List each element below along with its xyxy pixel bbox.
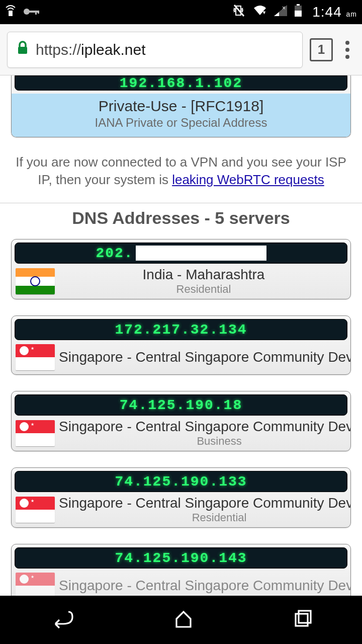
- private-ip-card: 192.168.1.102 Private-Use - [RFC1918] IA…: [11, 75, 351, 137]
- android-nav-bar: [0, 596, 362, 644]
- dns-ip-value: 74.125.190.143: [115, 550, 247, 566]
- svg-point-1: [24, 9, 30, 15]
- dns-type: Residential: [59, 283, 348, 296]
- battery-icon: [294, 4, 302, 20]
- svg-rect-0: [9, 11, 12, 16]
- ip-display: 74.125.190.18: [15, 394, 347, 416]
- flag-singapore-icon: [16, 344, 55, 370]
- signal-icon: ×: [274, 5, 287, 19]
- ip-mask: [136, 246, 266, 261]
- dns-location: Singapore - Central Singapore Community …: [59, 349, 351, 365]
- back-button[interactable]: [48, 608, 75, 632]
- vibrate-icon: [233, 4, 246, 20]
- ip-display: 202.: [15, 243, 347, 264]
- ip-display: 74.125.190.143: [15, 547, 347, 569]
- wifi-hotspot-icon: [5, 5, 16, 20]
- flag-singapore-icon: [16, 420, 55, 446]
- dns-heading: DNS Addresses - 5 servers: [0, 208, 362, 228]
- dns-card: 202. India - Maharashtra Residential: [11, 239, 351, 299]
- dns-ip-value: 172.217.32.134: [115, 322, 247, 338]
- vpn-warning-text: If you are now connected to a VPN and yo…: [0, 146, 362, 201]
- wifi-icon: ▲▼: [253, 5, 267, 19]
- svg-rect-11: [295, 11, 302, 17]
- tabs-button[interactable]: 1: [310, 38, 333, 61]
- section-divider: [0, 203, 362, 203]
- svg-rect-9: [297, 4, 300, 6]
- svg-rect-14: [299, 611, 311, 623]
- flag-singapore-icon: [16, 497, 55, 523]
- key-icon: [23, 5, 40, 19]
- svg-rect-3: [35, 11, 37, 15]
- dns-card: 172.217.32.134 Singapore - Central Singa…: [11, 315, 351, 375]
- recent-apps-button[interactable]: [292, 608, 314, 632]
- svg-rect-4: [38, 11, 39, 14]
- url-text: https://ipleak.net: [36, 41, 145, 58]
- dns-card: 74.125.190.133 Singapore - Central Singa…: [11, 467, 351, 528]
- ip-display: 172.217.32.134: [15, 319, 347, 340]
- ip-display: 192.168.1.102: [15, 75, 347, 91]
- svg-text:×: ×: [282, 5, 286, 12]
- svg-text:▼: ▼: [262, 10, 266, 15]
- status-clock: 1:44 am: [312, 4, 357, 20]
- webrtc-leak-link[interactable]: leaking WebRTC requests: [172, 172, 324, 187]
- page-content: 192.168.1.102 Private-Use - [RFC1918] IA…: [0, 75, 362, 596]
- flag-india-icon: [16, 268, 55, 294]
- svg-rect-13: [296, 614, 308, 626]
- dns-ip-value: 74.125.190.133: [115, 474, 247, 490]
- private-ip-sublabel: IANA Private or Special Address: [17, 116, 345, 130]
- lock-icon: [17, 41, 29, 58]
- dns-type: Business: [59, 435, 351, 448]
- dns-card: 74.125.190.18 Singapore - Central Singap…: [11, 391, 351, 451]
- url-bar[interactable]: https://ipleak.net: [7, 32, 303, 68]
- private-ip-label: Private-Use - [RFC1918]: [17, 98, 345, 115]
- private-ip-value: 192.168.1.102: [120, 75, 242, 91]
- flag-singapore-icon: [16, 573, 55, 596]
- browser-toolbar: https://ipleak.net 1: [0, 24, 362, 75]
- dns-ip-value: 202.: [96, 246, 266, 261]
- svg-rect-12: [18, 47, 27, 54]
- dns-location: Singapore - Central Singapore Community …: [59, 495, 351, 511]
- home-button[interactable]: [172, 608, 195, 632]
- dns-card: 74.125.190.143 Singapore - Central Singa…: [11, 544, 351, 596]
- ip-display: 74.125.190.133: [15, 471, 347, 492]
- browser-menu-button[interactable]: [340, 41, 355, 59]
- android-status-bar: ▲▼ × 1:44 am: [0, 0, 362, 24]
- svg-text:▲: ▲: [262, 5, 266, 10]
- dns-location: India - Maharashtra: [59, 267, 348, 283]
- dns-location: Singapore - Central Singapore Community …: [59, 578, 351, 594]
- dns-ip-value: 74.125.190.18: [120, 397, 242, 413]
- dns-location: Singapore - Central Singapore Community …: [59, 419, 351, 435]
- dns-type: Residential: [59, 511, 351, 524]
